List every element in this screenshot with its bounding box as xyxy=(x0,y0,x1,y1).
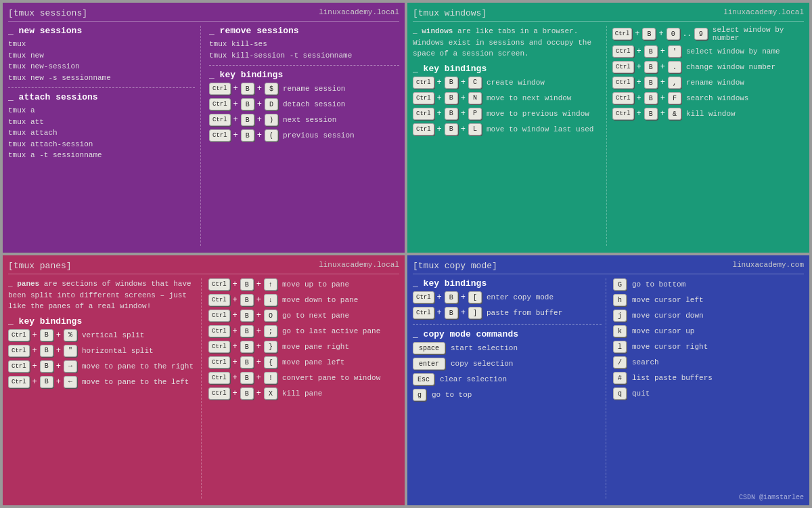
key-create-window: Ctrl + B + C create window xyxy=(413,77,602,89)
cursor-down-desc: move cursor down xyxy=(632,312,704,320)
cmd-cursor-up: k move cursor up xyxy=(613,325,804,337)
next-window-desc: move to next window xyxy=(487,94,571,102)
G-key: G xyxy=(613,278,627,291)
slash-key: / xyxy=(613,356,627,368)
copy-content: _ key bindings Ctrl + B + [ enter copy m… xyxy=(413,278,804,499)
copy-header: [tmux copy mode] linuxacademy.com xyxy=(413,261,804,274)
rbracket-key: ] xyxy=(468,307,482,319)
detach-session-desc: detach session xyxy=(283,100,345,108)
b-key: B xyxy=(40,329,53,341)
sessions-left: _ new sessions tmux tmux new tmux new-se… xyxy=(8,26,201,246)
cursor-left-desc: move cursor left xyxy=(632,296,704,304)
quit-desc: quit xyxy=(632,389,650,398)
b-key: B xyxy=(445,92,458,104)
ctrl-key: Ctrl xyxy=(208,356,230,368)
excl-key: ! xyxy=(264,372,277,384)
windows-header: [tmux windows] linuxacademy.local xyxy=(413,8,804,22)
b-key: B xyxy=(240,325,254,337)
clear-selection-desc: clear selection xyxy=(440,375,507,383)
change-number-desc: change window number xyxy=(686,63,775,71)
panes-intro: _ panes are sections of windows that hav… xyxy=(8,278,197,312)
ctrl-key: Ctrl xyxy=(208,294,230,306)
next-session-desc: next session xyxy=(283,116,336,124)
key-pane-right: Ctrl + B + → move to pane to the right xyxy=(8,360,197,373)
ctrl-key: Ctrl xyxy=(208,325,230,337)
copy-right-commands: G go to bottom h move cursor left j move… xyxy=(613,278,804,400)
remove-sessions-title: _ remove sessions xyxy=(209,26,399,36)
cmd-clear-selection: Esc clear selection xyxy=(413,373,602,385)
dquote-key: " xyxy=(64,345,77,357)
kill-pane-desc: kill pane xyxy=(282,389,322,398)
b-key: B xyxy=(240,387,254,400)
b-key: B xyxy=(644,108,658,120)
windows-content: _ windows are like tabs in a browser. Wi… xyxy=(413,26,804,246)
attach-sessions-title: _ attach sessions xyxy=(8,92,195,102)
ctrl-key: Ctrl xyxy=(413,77,434,89)
arrow-up-key: ↑ xyxy=(264,278,277,291)
enter-copy-desc: enter copy mode xyxy=(487,293,554,301)
key-kill-pane: Ctrl + B + X kill pane xyxy=(208,387,399,400)
pane-left-desc: move to pane to the left xyxy=(82,378,189,386)
create-window-desc: create window xyxy=(487,79,545,87)
b-key: B xyxy=(644,92,658,104)
sessions-right: _ remove sessions tmux kill-ses tmux kil… xyxy=(206,26,399,246)
arrow-left-key: ← xyxy=(64,376,77,388)
cmd-list-paste: # list paste buffers xyxy=(613,372,804,384)
x-key: X xyxy=(264,387,277,400)
ctrl-key: Ctrl xyxy=(413,291,434,303)
sessions-header: [tmux sessions] linuxacademy.local xyxy=(8,8,399,22)
key-pane-up: Ctrl + B + ↑ move up to pane xyxy=(208,278,399,291)
windows-keys-right: Ctrl + B + 0 .. 9 select window by numbe… xyxy=(612,26,804,120)
ctrl-key: Ctrl xyxy=(208,341,230,353)
go-bottom-desc: go to bottom xyxy=(632,280,685,289)
hash-key: # xyxy=(613,372,627,384)
dot-key: . xyxy=(668,61,681,73)
q-key: q xyxy=(613,387,627,400)
g-key: g xyxy=(413,389,426,401)
panes-keys-right: Ctrl + B + ↑ move up to pane Ctrl + B + … xyxy=(208,278,399,400)
cmd-copy-selection: enter copy selection xyxy=(413,358,602,370)
key-next-pane: Ctrl + B + O go to next pane xyxy=(208,310,399,322)
windows-keybindings-title: _ key bindings xyxy=(413,64,602,74)
sessions-keybindings-title: _ key bindings xyxy=(209,70,399,80)
amp-key: & xyxy=(668,108,681,120)
key-detach-session: Ctrl + B + D detach session xyxy=(209,98,399,110)
b-key: B xyxy=(240,372,254,384)
rename-window-desc: rename window xyxy=(686,79,744,87)
pane-up-desc: move up to pane xyxy=(282,280,349,289)
n-key: N xyxy=(468,92,482,104)
panes-right: Ctrl + B + ↑ move up to pane Ctrl + B + … xyxy=(206,278,399,499)
num-key: 0 xyxy=(667,28,680,40)
ctrl-key: Ctrl xyxy=(209,83,231,95)
cursor-up-desc: move cursor up xyxy=(632,327,694,335)
select-name-desc: select window by name xyxy=(686,47,780,56)
l-key: l xyxy=(613,341,627,353)
key-next-session: Ctrl + B + ) next session xyxy=(209,114,399,126)
num9-key: 9 xyxy=(694,28,708,40)
b-key: B xyxy=(644,61,658,73)
windows-keys-left: Ctrl + B + C create window Ctrl + B + N … xyxy=(413,77,602,135)
list-paste-desc: list paste buffers xyxy=(632,374,713,382)
panes-keybindings-title: _ key bindings xyxy=(8,316,197,326)
lparen-key: ( xyxy=(265,129,278,142)
ctrl-key: Ctrl xyxy=(612,61,634,73)
ctrl-key: Ctrl xyxy=(8,376,30,388)
sessions-keys: Ctrl + B + $ rename session Ctrl + B + D… xyxy=(209,83,399,142)
comma-key: , xyxy=(668,77,681,89)
o-key: O xyxy=(264,310,277,322)
key-pane-to-window: Ctrl + B + ! convert pane to window xyxy=(208,372,399,384)
next-pane-desc: go to next pane xyxy=(282,312,349,320)
ctrl-key: Ctrl xyxy=(612,28,632,40)
sessions-title: [tmux sessions] xyxy=(8,8,87,18)
rparen-key: ) xyxy=(265,114,278,126)
windows-intro-strong: _ windows xyxy=(413,27,453,35)
key-next-window: Ctrl + B + N move to next window xyxy=(413,92,602,104)
b-key: B xyxy=(445,123,458,135)
key-enter-copy: Ctrl + B + [ enter copy mode xyxy=(413,291,602,303)
copy-right: G go to bottom h move cursor left j move… xyxy=(610,278,804,499)
rbrace-key: } xyxy=(264,341,277,353)
key-select-by-name: Ctrl + B + ' select window by name xyxy=(612,45,804,58)
key-last-window: Ctrl + B + L move to window last used xyxy=(413,123,602,135)
arrow-down-key: ↓ xyxy=(264,294,277,306)
b-key: B xyxy=(445,291,458,303)
